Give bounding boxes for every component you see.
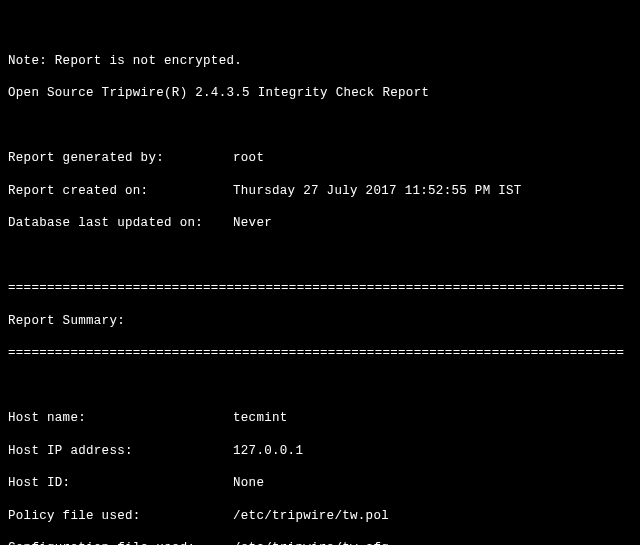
blank bbox=[8, 248, 632, 264]
blank bbox=[8, 378, 632, 394]
generated-by-value: root bbox=[233, 150, 632, 166]
config-file-label: Configuration file used: bbox=[8, 540, 233, 545]
title-line: Open Source Tripwire(R) 2.4.3.5 Integrit… bbox=[8, 85, 632, 101]
db-updated-label: Database last updated on: bbox=[8, 215, 233, 231]
host-ip-label: Host IP address: bbox=[8, 443, 233, 459]
divider: ========================================… bbox=[8, 345, 632, 361]
db-updated-value: Never bbox=[233, 215, 632, 231]
host-name-label: Host name: bbox=[8, 410, 233, 426]
report-summary-heading: Report Summary: bbox=[8, 313, 632, 329]
host-id-label: Host ID: bbox=[8, 475, 233, 491]
host-name-value: tecmint bbox=[233, 410, 632, 426]
note-line: Note: Report is not encrypted. bbox=[8, 53, 632, 69]
policy-file-value: /etc/tripwire/tw.pol bbox=[233, 508, 632, 524]
generated-by-label: Report generated by: bbox=[8, 150, 233, 166]
created-on-label: Report created on: bbox=[8, 183, 233, 199]
host-id-value: None bbox=[233, 475, 632, 491]
created-on-value: Thursday 27 July 2017 11:52:55 PM IST bbox=[233, 183, 632, 199]
divider: ========================================… bbox=[8, 280, 632, 296]
host-ip-value: 127.0.0.1 bbox=[233, 443, 632, 459]
blank bbox=[8, 118, 632, 134]
policy-file-label: Policy file used: bbox=[8, 508, 233, 524]
config-file-value: /etc/tripwire/tw.cfg bbox=[233, 540, 632, 545]
